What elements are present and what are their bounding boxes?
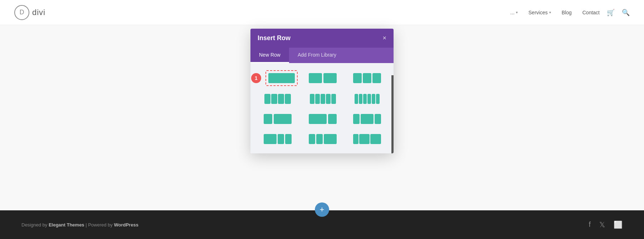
layout-1-2-1[interactable] <box>348 112 386 126</box>
facebook-icon[interactable]: f <box>589 220 591 229</box>
layout-1-1-2[interactable] <box>303 132 342 146</box>
row-layouts: 1 <box>258 70 386 146</box>
modal-scrollbar[interactable] <box>391 75 394 153</box>
modal-title: Insert Row <box>258 34 291 42</box>
layout-6col[interactable] <box>348 92 386 106</box>
search-icon[interactable]: 🔍 <box>622 9 630 16</box>
logo-circle: D <box>14 5 29 20</box>
twitter-icon[interactable]: 𝕏 <box>599 220 605 229</box>
layout-1col[interactable]: 1 <box>258 70 298 86</box>
close-button[interactable]: × <box>382 34 386 42</box>
modal-header: Insert Row × <box>250 29 394 48</box>
tab-library[interactable]: Add From Library <box>289 48 345 63</box>
nav-link-services[interactable]: Services ▾ <box>528 10 551 15</box>
layout-2-1-1[interactable] <box>258 132 298 146</box>
chevron-down-icon: ▾ <box>549 10 551 14</box>
nav-links: ... ▾ Services ▾ Blog Contact <box>510 10 600 15</box>
layout-3col[interactable] <box>348 70 386 86</box>
number-badge: 1 <box>251 73 261 83</box>
layout-1-2[interactable] <box>258 112 298 126</box>
main-content: Insert Row × New Row Add From Library 1 <box>0 25 644 210</box>
wordpress-link[interactable]: WordPress <box>114 222 138 228</box>
navbar: D divi ... ▾ Services ▾ Blog Contact 🛒 🔍 <box>0 0 644 25</box>
nav-icons: 🛒 🔍 <box>607 9 630 16</box>
logo-text: divi <box>32 8 45 17</box>
modal-tabs: New Row Add From Library <box>250 48 394 63</box>
chevron-down-icon: ▾ <box>516 10 518 14</box>
layout-2col[interactable] <box>303 70 342 86</box>
elegant-themes-link[interactable]: Elegant Themes <box>49 222 84 228</box>
cart-icon[interactable]: 🛒 <box>607 9 615 16</box>
designed-by-text: Designed by <box>21 222 49 228</box>
logo[interactable]: D divi <box>14 5 45 20</box>
footer-social: f 𝕏 ⬜ <box>589 220 623 229</box>
layout-misc[interactable] <box>348 132 386 146</box>
footer-credit: Designed by Elegant Themes | Powered by … <box>21 222 138 228</box>
nav-link-blog[interactable]: Blog <box>562 10 572 15</box>
modal-body: 1 <box>250 63 394 153</box>
nav-link-contact[interactable]: Contact <box>582 10 600 15</box>
layout-5col[interactable] <box>303 92 342 106</box>
tab-new-row[interactable]: New Row <box>250 48 289 63</box>
layout-2-1[interactable] <box>303 112 342 126</box>
instagram-icon[interactable]: ⬜ <box>614 220 623 229</box>
logo-letter: D <box>20 9 24 16</box>
nav-link-ellipsis[interactable]: ... ▾ <box>510 10 518 15</box>
insert-row-modal: Insert Row × New Row Add From Library 1 <box>250 29 394 153</box>
add-row-button-blue[interactable]: + <box>315 202 329 217</box>
layout-4col[interactable] <box>258 92 298 106</box>
